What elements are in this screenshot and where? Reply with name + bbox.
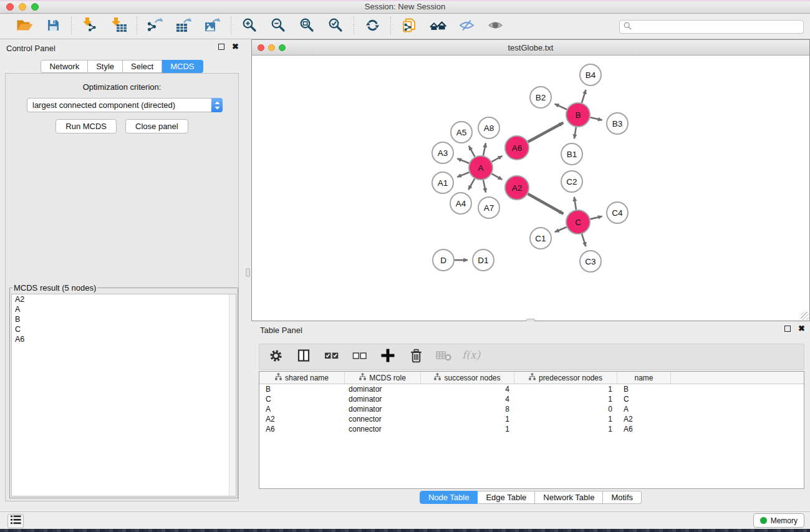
table-row[interactable]: A2connector11A2 bbox=[259, 414, 804, 424]
table-row[interactable]: Adominator80A bbox=[259, 404, 804, 414]
node-C3[interactable]: C3 bbox=[580, 251, 601, 272]
select-all-button[interactable] bbox=[323, 348, 340, 365]
result-item-a[interactable]: A bbox=[12, 304, 236, 314]
result-item-b[interactable]: B bbox=[12, 314, 236, 324]
zoom-fit-button[interactable] bbox=[296, 17, 317, 36]
close-panel-button[interactable]: Close panel bbox=[125, 119, 188, 133]
export-image-button[interactable] bbox=[202, 17, 223, 36]
node-A8[interactable]: A8 bbox=[478, 117, 499, 138]
zoom-out-button[interactable] bbox=[268, 17, 289, 36]
edge-A-A2[interactable] bbox=[492, 174, 503, 180]
node-B[interactable]: B bbox=[566, 103, 590, 127]
gear-button[interactable] bbox=[267, 348, 284, 365]
node-A6[interactable]: A6 bbox=[505, 136, 529, 160]
result-item-a2[interactable]: A2 bbox=[12, 294, 236, 304]
export-network-button[interactable] bbox=[145, 17, 166, 36]
refresh-button[interactable] bbox=[362, 17, 383, 36]
delete-button[interactable] bbox=[407, 348, 425, 365]
tab-select[interactable]: Select bbox=[123, 60, 162, 73]
column-header-shared-name[interactable]: shared name bbox=[259, 372, 345, 384]
column-header-successor-nodes[interactable]: successor nodes bbox=[421, 372, 514, 384]
search-input[interactable] bbox=[634, 22, 803, 31]
import-table-button[interactable] bbox=[108, 17, 129, 36]
save-button[interactable] bbox=[42, 17, 64, 36]
edge-A-A3[interactable] bbox=[457, 158, 469, 163]
node-A3[interactable]: A3 bbox=[432, 142, 453, 163]
node-A5[interactable]: A5 bbox=[451, 122, 472, 143]
edge-B-B1[interactable] bbox=[574, 127, 576, 139]
node-B3[interactable]: B3 bbox=[607, 113, 628, 134]
show-details-button[interactable] bbox=[485, 17, 506, 36]
edge-A-A4[interactable] bbox=[468, 178, 475, 190]
memory-button[interactable]: Memory bbox=[753, 513, 804, 528]
column-header-mcds-role[interactable]: MCDS role bbox=[345, 372, 421, 384]
column-header-predecessor-nodes[interactable]: predecessor nodes bbox=[514, 372, 617, 384]
node-D[interactable]: D bbox=[433, 249, 454, 271]
edge-C-C3[interactable] bbox=[582, 234, 586, 246]
clone-network-button[interactable] bbox=[398, 17, 420, 36]
edge-B-B3[interactable] bbox=[591, 117, 602, 120]
columns-button[interactable] bbox=[295, 348, 312, 365]
edge-A-A7[interactable] bbox=[483, 180, 486, 193]
table-tab-motifs[interactable]: Motifs bbox=[603, 491, 642, 504]
float-table-panel-icon[interactable] bbox=[784, 326, 791, 332]
edge-B-B2[interactable] bbox=[555, 104, 567, 110]
edge-A-A5[interactable] bbox=[469, 146, 475, 157]
tab-network[interactable]: Network bbox=[41, 60, 88, 73]
node-A4[interactable]: A4 bbox=[450, 193, 471, 214]
float-panel-icon[interactable] bbox=[218, 44, 224, 50]
node-A2[interactable]: A2 bbox=[505, 176, 529, 200]
table-row[interactable]: Cdominator41C bbox=[259, 394, 804, 404]
node-B4[interactable]: B4 bbox=[580, 64, 601, 85]
edge-C-C4[interactable] bbox=[590, 216, 602, 220]
vertical-divider-handle[interactable] bbox=[246, 268, 250, 277]
edge-A-A8[interactable] bbox=[483, 143, 486, 155]
table-tab-network-table[interactable]: Network Table bbox=[535, 491, 603, 504]
tab-mcds[interactable]: MCDS bbox=[162, 60, 203, 73]
zoom-in-button[interactable] bbox=[239, 17, 260, 36]
edge-A6-B[interactable] bbox=[528, 123, 564, 142]
edge-A2-C[interactable] bbox=[528, 194, 563, 214]
edge-C-C2[interactable] bbox=[574, 197, 576, 210]
node-A7[interactable]: A7 bbox=[478, 197, 499, 218]
add-button[interactable] bbox=[379, 348, 397, 365]
close-panel-icon[interactable]: ✖ bbox=[232, 44, 239, 50]
node-C1[interactable]: C1 bbox=[530, 228, 551, 249]
table-tab-node-table[interactable]: Node Table bbox=[420, 491, 478, 504]
edge-A-A6[interactable] bbox=[492, 156, 503, 162]
table-row[interactable]: Bdominator41B bbox=[259, 384, 804, 394]
result-item-c[interactable]: C bbox=[12, 324, 236, 334]
hide-details-button[interactable] bbox=[456, 17, 477, 36]
network-graph-canvas[interactable]: B4B2BB3B1A5A8A6A3AA1A2C2A4A7CC4C1C3DD1 bbox=[252, 56, 809, 321]
result-scrollbar[interactable] bbox=[229, 294, 236, 496]
task-history-button[interactable] bbox=[7, 514, 24, 528]
node-C[interactable]: C bbox=[566, 210, 590, 234]
export-table-button[interactable] bbox=[173, 17, 195, 36]
table-row[interactable]: A6connector11A6 bbox=[259, 424, 804, 434]
node-B2[interactable]: B2 bbox=[530, 87, 551, 108]
node-C2[interactable]: C2 bbox=[561, 171, 582, 192]
node-B1[interactable]: B1 bbox=[561, 143, 582, 165]
column-header-name[interactable]: name bbox=[617, 372, 671, 384]
run-mcds-button[interactable]: Run MCDS bbox=[55, 119, 117, 133]
node-A[interactable]: A bbox=[469, 156, 493, 180]
edge-B-B4[interactable] bbox=[582, 90, 586, 103]
delete-table-button[interactable] bbox=[435, 348, 453, 365]
node-D1[interactable]: D1 bbox=[473, 249, 494, 271]
close-table-panel-icon[interactable]: ✖ bbox=[798, 326, 805, 332]
table-tab-edge-table[interactable]: Edge Table bbox=[478, 491, 535, 504]
criterion-dropdown[interactable]: largest connected component (directed) bbox=[27, 98, 223, 112]
resize-grip[interactable] bbox=[801, 312, 809, 320]
node-C4[interactable]: C4 bbox=[607, 202, 628, 223]
function-button[interactable]: f(x) bbox=[463, 348, 481, 365]
open-folder-button[interactable] bbox=[14, 17, 35, 36]
edge-C-C1[interactable] bbox=[555, 227, 567, 232]
edge-A-A1[interactable] bbox=[457, 172, 469, 177]
result-item-a6[interactable]: A6 bbox=[12, 334, 236, 344]
node-A1[interactable]: A1 bbox=[432, 172, 453, 193]
tab-style[interactable]: Style bbox=[88, 60, 123, 73]
unselect-all-button[interactable] bbox=[351, 348, 369, 365]
zoom-selected-button[interactable] bbox=[325, 17, 346, 36]
import-network-button[interactable] bbox=[79, 17, 100, 36]
home-network-button[interactable] bbox=[427, 17, 448, 36]
